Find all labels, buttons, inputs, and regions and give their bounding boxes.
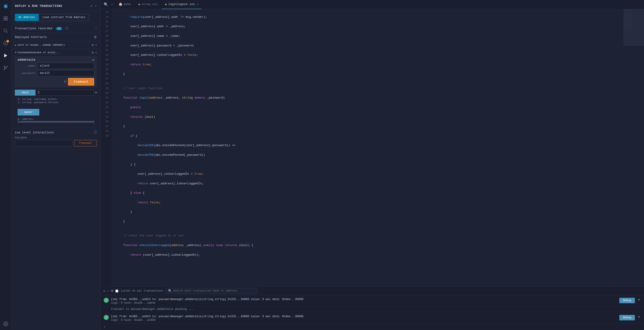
svg-point-12 [4,69,5,70]
tab-scrap[interactable]: ◈ scrap.sol [135,0,161,9]
tab-loginlogout-close-icon[interactable]: ✕ [197,3,198,6]
settings-icon[interactable] [2,320,10,328]
console-clear-icon[interactable]: ⊘ [103,289,105,293]
transact-copy-icon[interactable]: ⧉ [64,80,66,84]
function-collapse-icon[interactable]: ▲ [92,58,94,62]
owner-section: owner 0: address: 0x00000000000000000000… [15,107,97,125]
success-icon-1: ✓ [104,315,109,320]
pm-copy-icon[interactable]: ⧉ [92,51,94,55]
debug-button-0[interactable]: Debug [619,298,635,303]
console-download-icon[interactable]: ⏎ [107,289,109,293]
check-icon: ✓ [90,4,93,9]
git-icon[interactable] [2,64,10,72]
contract-auth-header[interactable]: ▶ AUTH AT 0XAE0...96B8B (MEMORY) ⧉ ✕ [15,43,97,47]
code-area[interactable]: 23 24 25 26 27 28 29 30 31 32 33 34 35 3… [100,9,644,286]
console-search-icon: 🔍 [168,289,172,293]
svg-line-7 [6,32,8,33]
at-address-button[interactable]: At Address [15,14,38,21]
transact-row: ⧉ transact [18,78,94,86]
transactions-label: Transactions recorded [15,27,52,30]
files-icon[interactable] [2,15,10,23]
low-level-transact-button[interactable]: Transact [74,140,97,146]
svg-rect-4 [4,19,5,20]
svg-point-6 [4,29,7,32]
password-input[interactable] [38,70,94,76]
editor-header: 🔍 − 🏠 Home ◈ scrap.sol ◈ loginlogout.sol… [100,0,644,9]
tab-scrap-label: scrap.sol [142,3,158,6]
deploy-panel: DEPLOY & RUN TRANSACTIONS ✓ › At Address… [12,0,100,330]
contract-pm-header[interactable]: ▼ PASSWORDMANAGER AT 0X332... ⧉ ✕ [15,51,97,55]
load-contract-button[interactable]: Load contract from Address [38,14,89,21]
console-prompt: > [100,324,644,330]
svg-rect-5 [6,19,7,20]
expand-console-1[interactable]: ▼ [637,314,641,320]
transactions-expand-icon[interactable]: › [95,27,97,30]
data-expand-icon[interactable]: ▼ [95,91,97,95]
info-icon[interactable]: ⓘ [65,27,68,30]
data-entry-1: 1: string: password chrisso [18,101,94,104]
console-toolbar: ⊘ ⏎ 0 listen on all transactions 🔍 [100,286,644,295]
owner-result: 0: address: 0x00000000000000000000000000… [15,117,97,124]
pm-chevron-icon: ▼ [15,51,16,54]
console-search-bar[interactable]: 🔍 [166,288,257,294]
low-level-section: Low level interactions ⓘ CALLDATA Transa… [12,128,100,149]
expand-console-0[interactable]: ▼ [637,297,641,302]
code-content: require(user[_address].addr != msg.sende… [112,9,644,286]
function-adddetails: adddetails ▲ _name: _password: ⧉ transac… [15,56,97,87]
deploy-title: DEPLOY & RUN TRANSACTIONS [15,4,62,8]
deploy-header: DEPLOY & RUN TRANSACTIONS ✓ › [12,0,100,11]
editor-zoom-out-icon[interactable]: − [110,1,114,8]
transact-button[interactable]: transact [68,78,94,86]
remix-logo-icon[interactable]: R [2,2,10,10]
debug-button-1[interactable]: Debug [619,315,635,320]
console-main-0: [vm] from: 0x5B3...eddC4 to: passwordman… [111,297,617,301]
listen-checkbox[interactable] [115,289,118,292]
line-numbers: 23 24 25 26 27 28 29 30 31 32 33 34 35 3… [100,9,112,286]
tab-home[interactable]: 🏠 Home [115,0,134,9]
password-label: _password: [18,72,36,75]
scrap-tab-icon: ◈ [138,2,140,6]
console-pending-0: transact to passwordmanager.adddetails p… [100,307,644,313]
console-search-input[interactable] [173,289,254,292]
svg-point-10 [4,66,5,67]
tab-loginlogout-label: loginlogout.sol [168,3,195,6]
tab-loginlogout[interactable]: ◈ loginlogout.sol ✕ [162,0,202,9]
svg-marker-8 [4,54,7,58]
data-button[interactable]: data [15,90,36,96]
name-input[interactable] [38,63,94,69]
calldata-label: CALLDATA [15,136,97,139]
console-sub-0: logs: 0 hash: 0xa36...1db4e [111,301,617,305]
console-area: ⊘ ⏎ 0 listen on all transactions 🔍 ✓ [vm… [100,286,644,330]
name-input-row: _name: [18,63,94,69]
expand-deploy-icon[interactable]: › [94,4,97,8]
contract-item-auth: ▶ AUTH AT 0XAE0...96B8B (MEMORY) ⧉ ✕ [12,41,100,49]
data-value: 2 [36,90,94,96]
svg-rect-3 [6,17,7,18]
deployed-contracts-title: Deployed Contracts [15,36,47,39]
calldata-row: Transact [15,140,97,146]
success-icon-0: ✓ [104,298,109,303]
name-label: _name: [18,65,36,67]
calldata-input[interactable] [15,140,72,146]
deploy-sidebar-icon[interactable] [2,52,10,60]
editor-search-icon[interactable]: 🔍 [103,1,109,8]
auth-copy-icon[interactable]: ⧉ [92,44,94,47]
owner-button[interactable]: owner [18,109,39,116]
auth-close-icon[interactable]: ✕ [95,43,97,47]
data-entry-0: 0: string: username allen1 [18,98,94,101]
low-level-title: Low level interactions [15,131,54,134]
main-area: 🔍 − 🏠 Home ◈ scrap.sol ◈ loginlogout.sol… [100,0,644,330]
plugin-icon[interactable]: 1 [2,39,10,47]
pm-close-icon[interactable]: ✕ [95,51,97,55]
console-main-1: [vm] from: 0x5B3...eddC4 to: passwordman… [111,314,617,318]
tx-count: 0 [111,289,113,293]
listen-label: listen on all transactions [120,289,163,292]
pm-expanded: adddetails ▲ _name: _password: ⧉ transac… [15,55,97,126]
low-level-header: Low level interactions ⓘ [15,130,97,134]
transactions-count-badge: 23 [56,27,62,30]
console-entries: ✓ [vm] from: 0x5B3...eddC4 to: passwordm… [100,295,644,324]
trash-icon[interactable]: 🗑 [94,35,97,39]
search-sidebar-icon[interactable] [2,27,10,35]
low-level-info-icon[interactable]: ⓘ [94,130,97,134]
svg-point-11 [6,66,7,67]
